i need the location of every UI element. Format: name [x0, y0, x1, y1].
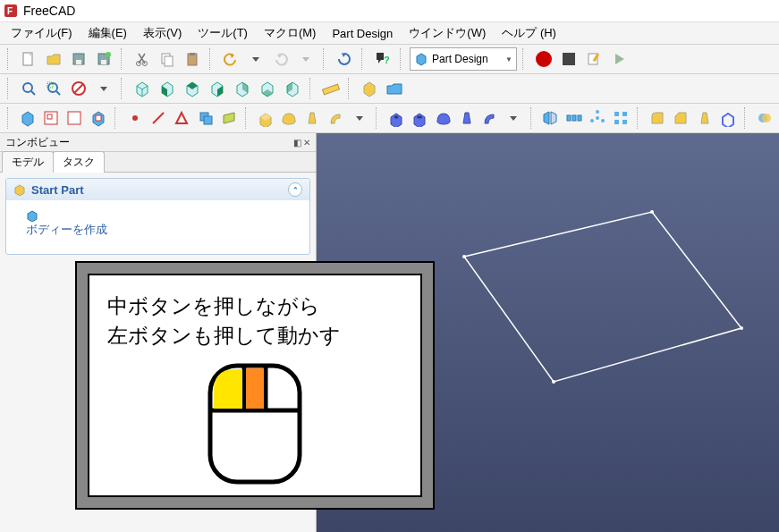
front-view-button[interactable] [156, 77, 179, 100]
macro-record-button[interactable] [532, 47, 555, 71]
task-header-label: Start Part [31, 183, 84, 197]
workbench-selector[interactable]: Part Design ▼ [410, 47, 517, 71]
polar-pattern-button[interactable] [587, 106, 608, 130]
dock-float-button[interactable]: ◧ [293, 138, 301, 148]
draft-button[interactable] [694, 106, 715, 130]
menu-macro[interactable]: マクロ(M) [257, 23, 324, 43]
separator [348, 78, 352, 99]
sweep-button[interactable] [326, 106, 347, 130]
saveas-button[interactable] [92, 47, 115, 71]
macro-stop-button[interactable] [557, 47, 580, 71]
svg-point-100 [650, 210, 654, 214]
menu-window[interactable]: ウインドウ(W) [402, 23, 493, 43]
bottom-view-button[interactable] [256, 77, 279, 100]
svg-point-84 [596, 110, 599, 114]
svg-marker-76 [463, 113, 470, 123]
sweep-menu[interactable] [349, 106, 370, 130]
menu-partdesign[interactable]: Part Design [325, 25, 400, 42]
top-view-button[interactable] [181, 77, 204, 100]
line-button[interactable] [148, 106, 169, 130]
fillet-button[interactable] [647, 106, 668, 130]
paste-button[interactable] [181, 47, 204, 71]
sub-sweep-menu[interactable] [503, 106, 524, 130]
dock-close-button[interactable]: ✕ [303, 138, 310, 148]
tab-task[interactable]: タスク [53, 151, 105, 173]
hole-button[interactable] [409, 106, 430, 130]
undo-menu[interactable] [244, 47, 267, 71]
menu-file[interactable]: ファイル(F) [4, 23, 80, 43]
menu-edit[interactable]: 編集(E) [81, 23, 134, 43]
svg-marker-73 [414, 114, 425, 127]
svg-rect-59 [96, 115, 101, 121]
shape-binder-button[interactable] [171, 106, 192, 130]
sub-loft-button[interactable] [456, 106, 478, 130]
measure-button[interactable] [319, 77, 343, 100]
toolbar-file: ? Part Design ▼ [0, 45, 779, 74]
mirror-button[interactable] [539, 106, 561, 130]
svg-marker-92 [701, 113, 708, 123]
iso-view-button[interactable] [131, 77, 154, 100]
thickness-button[interactable] [717, 106, 739, 130]
svg-point-9 [106, 52, 111, 57]
redo-button[interactable] [269, 47, 292, 71]
linear-pattern-button[interactable] [563, 106, 585, 130]
tab-model[interactable]: モデル [2, 151, 54, 173]
group-button[interactable] [383, 77, 406, 100]
draw-style-menu[interactable] [92, 77, 115, 100]
edit-sketch-button[interactable] [64, 106, 85, 130]
part-design-icon [414, 52, 428, 66]
copy-button[interactable] [156, 47, 179, 71]
svg-rect-82 [578, 115, 581, 121]
zoom-fit-button[interactable] [17, 77, 40, 100]
save-button[interactable] [67, 47, 90, 71]
refresh-button[interactable] [333, 47, 356, 71]
whatsthis-button[interactable]: ? [371, 47, 394, 71]
sketch-button[interactable] [40, 106, 62, 130]
revolution-button[interactable] [278, 106, 300, 130]
redo-menu[interactable] [294, 47, 318, 71]
loft-button[interactable] [301, 106, 323, 130]
svg-marker-91 [675, 113, 686, 123]
point-button[interactable] [124, 106, 146, 130]
multi-transform-button[interactable] [610, 106, 631, 130]
body-button[interactable] [17, 106, 38, 130]
collapse-icon[interactable]: ⌃ [288, 182, 302, 197]
undo-button[interactable] [219, 47, 242, 71]
right-view-button[interactable] [206, 77, 229, 100]
create-body-link[interactable]: ボディーを作成 [26, 223, 107, 236]
new-button[interactable] [17, 47, 40, 71]
task-header[interactable]: Start Part ⌃ [6, 179, 309, 200]
clone-button[interactable] [194, 106, 216, 130]
svg-point-101 [740, 326, 743, 330]
menu-view[interactable]: 表示(V) [136, 23, 189, 43]
menu-help[interactable]: ヘルプ (H) [495, 23, 563, 43]
separator [361, 48, 366, 70]
left-view-button[interactable] [281, 77, 304, 100]
svg-marker-93 [723, 114, 733, 127]
svg-marker-78 [544, 112, 549, 124]
pocket-button[interactable] [385, 106, 407, 130]
menubar: ファイル(F) 編集(E) 表示(V) ツール(T) マクロ(M) Part D… [0, 22, 779, 45]
datum-plane-button[interactable] [218, 106, 240, 130]
chamfer-button[interactable] [670, 106, 691, 130]
svg-rect-51 [323, 84, 340, 95]
macro-play-button[interactable] [607, 47, 631, 71]
svg-rect-8 [101, 60, 106, 64]
toolbar-view [0, 74, 779, 104]
zoom-selection-button[interactable] [42, 77, 65, 100]
draw-style-button[interactable] [67, 77, 90, 100]
rear-view-button[interactable] [231, 77, 254, 100]
part-box-button[interactable] [358, 77, 381, 100]
macro-edit-button[interactable] [582, 47, 605, 71]
sub-sweep-button[interactable] [479, 106, 501, 130]
open-button[interactable] [42, 47, 65, 71]
menu-tools[interactable]: ツール(T) [191, 23, 255, 43]
svg-marker-34 [100, 87, 107, 91]
groove-button[interactable] [432, 106, 453, 130]
cut-button[interactable] [131, 47, 154, 71]
boolean-button[interactable] [754, 106, 775, 130]
pad-button[interactable] [255, 106, 276, 130]
map-sketch-button[interactable] [88, 106, 109, 130]
instruction-line1: 中ボタンを押しながら [107, 294, 320, 317]
separator [323, 48, 327, 70]
